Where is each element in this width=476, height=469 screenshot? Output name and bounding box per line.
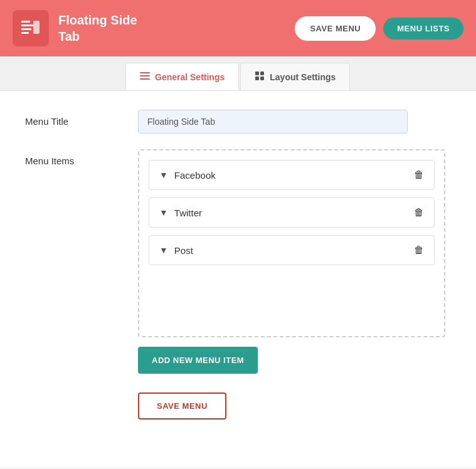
menu-title-control <box>138 110 451 134</box>
svg-rect-8 <box>255 71 259 75</box>
delete-facebook-icon[interactable]: 🗑 <box>414 169 424 181</box>
menu-item-facebook[interactable]: ▼ Facebook 🗑 <box>149 160 435 190</box>
menu-item-twitter-label: Twitter <box>174 208 202 218</box>
menu-item-post-left: ▼ Post <box>159 245 193 256</box>
tab-general-settings[interactable]: General Settings <box>125 63 239 90</box>
menu-item-facebook-left: ▼ Facebook <box>159 170 216 181</box>
menu-title-row: Menu Title <box>25 110 451 134</box>
svg-rect-10 <box>255 76 259 80</box>
menu-item-post[interactable]: ▼ Post 🗑 <box>149 235 435 265</box>
menu-item-facebook-label: Facebook <box>174 170 216 181</box>
svg-rect-0 <box>21 21 30 23</box>
delete-twitter-icon[interactable]: 🗑 <box>414 207 424 218</box>
svg-rect-2 <box>21 28 31 30</box>
tab-general-label: General Settings <box>155 72 225 82</box>
save-menu-bottom-button[interactable]: SAVE MENU <box>138 393 226 419</box>
svg-rect-4 <box>33 21 40 34</box>
header-left: Floating Side Tab <box>13 10 137 46</box>
menu-item-post-label: Post <box>174 245 193 256</box>
svg-rect-5 <box>140 72 150 73</box>
app-title: Floating Side Tab <box>58 12 137 45</box>
menu-item-twitter[interactable]: ▼ Twitter 🗑 <box>149 198 435 228</box>
tabs-bar: General Settings Layout Settings <box>0 56 476 91</box>
chevron-down-icon: ▼ <box>159 245 168 255</box>
app-logo <box>13 10 49 46</box>
header-actions: SAVE MENU MENU LISTS <box>295 16 463 41</box>
menu-items-box: ▼ Facebook 🗑 ▼ Twitter 🗑 ▼ <box>138 149 445 337</box>
save-menu-header-button[interactable]: SAVE MENU <box>295 16 376 41</box>
layout-icon <box>255 71 265 83</box>
tab-layout-label: Layout Settings <box>270 72 336 82</box>
svg-rect-1 <box>21 24 34 26</box>
svg-rect-6 <box>140 75 150 76</box>
main-content: Menu Title Menu Items ▼ Facebook 🗑 <box>0 91 476 467</box>
delete-post-icon[interactable]: 🗑 <box>414 245 424 256</box>
svg-rect-11 <box>260 76 264 80</box>
menu-lists-button[interactable]: MENU LISTS <box>383 18 463 40</box>
menu-title-input[interactable] <box>138 110 408 134</box>
header: Floating Side Tab SAVE MENU MENU LISTS <box>0 0 476 56</box>
svg-rect-3 <box>21 32 29 34</box>
lines-icon <box>140 71 150 83</box>
chevron-down-icon: ▼ <box>159 170 168 180</box>
menu-items-row: Menu Items ▼ Facebook 🗑 ▼ Twitter <box>25 149 451 374</box>
svg-rect-7 <box>140 78 150 80</box>
svg-rect-9 <box>260 71 264 75</box>
menu-items-control: ▼ Facebook 🗑 ▼ Twitter 🗑 ▼ <box>138 149 451 374</box>
menu-items-label: Menu Items <box>25 149 138 166</box>
add-new-menu-item-button[interactable]: ADD NEW MENU ITEM <box>138 347 258 374</box>
tab-layout-settings[interactable]: Layout Settings <box>240 63 350 90</box>
menu-title-label: Menu Title <box>25 110 138 127</box>
chevron-down-icon: ▼ <box>159 208 168 218</box>
bottom-save-area: SAVE MENU <box>25 393 451 419</box>
menu-item-twitter-left: ▼ Twitter <box>159 208 202 218</box>
